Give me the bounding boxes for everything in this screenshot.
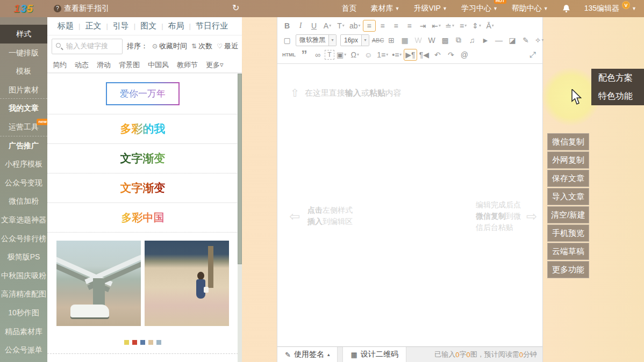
style-item-text-gradient-green[interactable]: 文字渐变 <box>47 144 238 173</box>
tab-guide[interactable]: 引导 <box>108 21 134 31</box>
eraser-button[interactable]: ◪ <box>506 34 519 46</box>
image-text-button[interactable]: ▦ <box>398 34 411 46</box>
redo-button[interactable]: ↷ <box>445 49 457 61</box>
font-size-select[interactable]: 16px ▾ <box>340 34 369 46</box>
insert-link-button[interactable]: ∞ <box>311 49 324 61</box>
html-source-button[interactable]: HTML <box>281 49 297 61</box>
fullscreen-button[interactable]: ⤢ <box>526 49 539 61</box>
strikethrough-button[interactable]: ABC <box>371 34 384 46</box>
underline-button[interactable]: U <box>307 20 320 32</box>
search-input[interactable]: 输入关键字搜 <box>52 39 123 54</box>
color-scheme-menu-item[interactable]: 配色方案 <box>591 69 644 87</box>
sidebar-item-miniprogram-templates[interactable]: 小程序模板 <box>0 155 47 173</box>
carousel-dot[interactable] <box>148 340 153 345</box>
text-border-button[interactable]: T <box>325 50 334 60</box>
design-qrcode-button[interactable]: ▦ 设计二维码 <box>342 347 406 362</box>
tab-festival-industry[interactable]: 节日行业 <box>191 21 233 31</box>
style-item-text-gradient-orange[interactable]: 文字渐变 <box>47 173 238 203</box>
text-style-button[interactable]: T▾ <box>334 20 347 32</box>
style-item-boxed-gradient[interactable]: 爱你一万年 <box>47 74 238 114</box>
align-left-button[interactable]: ≡ <box>363 20 376 32</box>
notification-bell[interactable] <box>562 4 570 13</box>
text-case-button[interactable]: Ā▾ <box>484 20 497 32</box>
sidebar-item-topic-tool[interactable]: 文章选题神器 <box>0 211 47 229</box>
mobile-preview-button[interactable]: 手机预览 <box>547 225 589 242</box>
font-family-select[interactable]: 微软雅黑 ▾ <box>296 34 337 46</box>
insert-video-button[interactable]: ► <box>479 34 492 46</box>
tab-body-text[interactable]: 正文 <box>80 21 106 31</box>
ltr-paragraph-button[interactable]: ▶¶ <box>404 49 417 61</box>
editor-canvas[interactable]: ⇧ 在这里直接输入或粘贴内容 ⇦ 点击左侧样式插入到编辑区 编辑完成后点微信复制… <box>277 64 542 331</box>
sidebar-item-one-click-layout[interactable]: 一键排版 <box>0 44 47 62</box>
sidebar-item-operation-tools[interactable]: 运营工具 new <box>0 118 47 136</box>
account-menu[interactable]: 135编辑器 V ▼ <box>584 4 636 13</box>
scrollbar-thumb[interactable] <box>238 74 242 264</box>
indent-button[interactable]: ⇥ <box>417 20 430 32</box>
nav-upgrade-vip[interactable]: 升级VIP ▼ <box>413 4 447 13</box>
signature-button[interactable]: ✎ 使用签名 ▴ <box>277 347 338 362</box>
sidebar-item-10s-drawing[interactable]: 10秒作图 <box>0 303 47 322</box>
blockquote-button[interactable]: ” <box>298 49 311 61</box>
carousel-dot[interactable] <box>132 340 137 345</box>
logo-135[interactable]: 135 <box>0 0 47 17</box>
format-brush-button[interactable]: ✎ <box>519 34 532 46</box>
style-item-colorful-me[interactable]: 多彩的我 <box>47 114 238 144</box>
filter-dynamic[interactable]: 动态 <box>75 60 89 70</box>
filter-chinese-style[interactable]: 中国风 <box>148 60 169 70</box>
sidebar-item-wechat-followers[interactable]: 微信加粉 <box>0 192 47 211</box>
sidebar-item-simple-ps[interactable]: 极简版PS <box>0 248 47 266</box>
filter-background-image[interactable]: 背景图 <box>119 60 140 70</box>
sidebar-item-account-ranking[interactable]: 公众号排行榜 <box>0 229 47 248</box>
nav-material-library[interactable]: 素材库 ▼ <box>370 4 399 13</box>
emoji-button[interactable]: ☺ <box>362 49 375 61</box>
external-copy-button[interactable]: 外网复制 <box>547 151 589 169</box>
special-char-button[interactable]: Ω▾ <box>348 49 361 61</box>
font-color-button[interactable]: A▾ <box>321 20 334 32</box>
save-article-button[interactable]: 保存文章 <box>547 170 589 187</box>
sidebar-item-templates[interactable]: 模板 <box>0 62 47 81</box>
filter-sliding[interactable]: 滑动 <box>97 60 111 70</box>
unordered-list-button[interactable]: •≡▾ <box>390 49 403 61</box>
align-justify-button[interactable]: ≡ <box>403 20 416 32</box>
refresh-icon[interactable]: ↻ <box>232 4 239 12</box>
sidebar-item-styles[interactable]: 样式 <box>0 25 47 44</box>
clear-new-button[interactable]: 清空/新建 <box>547 206 589 223</box>
wechat-copy-button[interactable]: 微信复制 <box>547 133 589 150</box>
italic-button[interactable]: I <box>294 20 307 32</box>
sort-by-count[interactable]: ⇅ 次数 <box>191 41 212 51</box>
insert-music-button[interactable]: ♫ <box>466 34 478 46</box>
carousel-dot[interactable] <box>156 340 161 345</box>
image-gallery-button[interactable]: ⧉ <box>452 34 465 46</box>
insert-container-button[interactable]: ▣▾ <box>335 49 348 61</box>
sidebar-item-my-articles[interactable]: 我的文章 <box>0 99 47 118</box>
import-article-button[interactable]: 导入文章 <box>547 188 589 205</box>
tab-layout[interactable]: 布局 <box>163 21 189 31</box>
sidebar-item-account-orders[interactable]: 公众号派单 <box>0 341 47 359</box>
sidebar-item-premium-library[interactable]: 精品素材库 <box>0 322 47 341</box>
nav-home[interactable]: 首页 <box>341 4 356 13</box>
sort-by-recent[interactable]: ♡ 最近 <box>217 41 238 51</box>
find-replace-button[interactable]: @ <box>458 49 471 61</box>
newbie-guide-link[interactable]: ? 查看新手指引 <box>54 4 109 13</box>
sidebar-item-ad-promotion[interactable]: 广告推广 <box>0 136 47 155</box>
cloud-draft-button[interactable]: 云端草稿 <box>547 243 589 260</box>
sidebar-item-holiday-followers[interactable]: 中秋国庆吸粉 <box>0 266 47 285</box>
align-right-button[interactable]: ≡ <box>390 20 403 32</box>
style-item-colorful-china[interactable]: 多彩中国 <box>47 203 238 233</box>
filter-teachers-day[interactable]: 教师节 <box>177 60 198 70</box>
nav-help-center[interactable]: 帮助中心 ▼ <box>512 4 548 13</box>
letter-spacing-button[interactable]: ⇕▾ <box>470 20 483 32</box>
nav-learning-center[interactable]: 学习中心 ▼ HOT <box>461 4 498 13</box>
magic-wand-button[interactable]: ✧▾ <box>533 34 546 46</box>
outdent-button[interactable]: ⇤▾ <box>430 20 443 32</box>
filter-simple[interactable]: 简约 <box>53 60 67 70</box>
special-features-menu-item[interactable]: 特色功能 <box>591 87 644 105</box>
filter-more[interactable]: 更多▿ <box>206 60 224 70</box>
bold-button[interactable]: B <box>281 20 294 32</box>
style-image-footbridge[interactable] <box>56 241 141 326</box>
highlight-color-button[interactable]: ab▾ <box>348 20 362 32</box>
carousel-dot[interactable] <box>124 340 129 345</box>
new-document-button[interactable]: ▢ <box>281 34 294 46</box>
horizontal-rule-button[interactable]: — <box>492 34 505 46</box>
sidebar-item-image-material[interactable]: 图片素材 <box>0 81 47 99</box>
